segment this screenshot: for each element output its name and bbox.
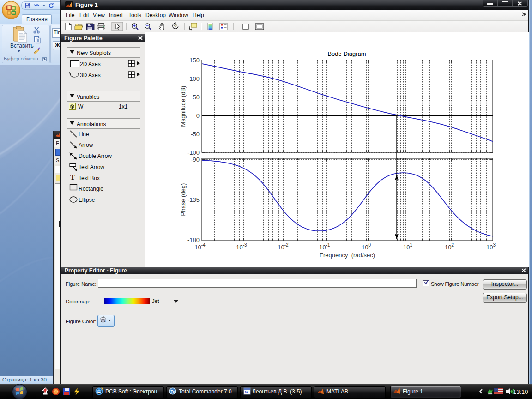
svg-text:Bode Diagram: Bode Diagram: [327, 50, 366, 57]
svg-text:-180: -180: [187, 236, 200, 243]
svg-text:101: 101: [403, 242, 412, 251]
svg-text:10-2: 10-2: [278, 242, 289, 251]
svg-text:-90: -90: [191, 156, 200, 163]
svg-text:100: 100: [362, 242, 371, 251]
svg-text:-100: -100: [187, 149, 200, 156]
svg-text:-135: -135: [187, 196, 200, 203]
svg-text:10-4: 10-4: [194, 242, 206, 251]
svg-text:103: 103: [486, 242, 496, 251]
svg-text:100: 100: [189, 75, 200, 82]
svg-text:-50: -50: [191, 131, 200, 138]
svg-text:Magnitude (dB): Magnitude (dB): [180, 86, 187, 127]
svg-text:Frequency (rad/sec): Frequency (rad/sec): [320, 252, 375, 259]
svg-text:0: 0: [196, 112, 200, 119]
svg-text:W: W: [245, 390, 249, 394]
svg-text:50: 50: [193, 94, 200, 101]
svg-text:T: T: [70, 173, 75, 181]
svg-text:150: 150: [189, 57, 200, 64]
svg-text:10-3: 10-3: [236, 242, 247, 251]
svg-text:Tc: Tc: [170, 389, 175, 394]
svg-text:102: 102: [445, 242, 454, 251]
svg-text:Phase (deg): Phase (deg): [180, 183, 187, 216]
svg-text:10-1: 10-1: [319, 242, 330, 251]
